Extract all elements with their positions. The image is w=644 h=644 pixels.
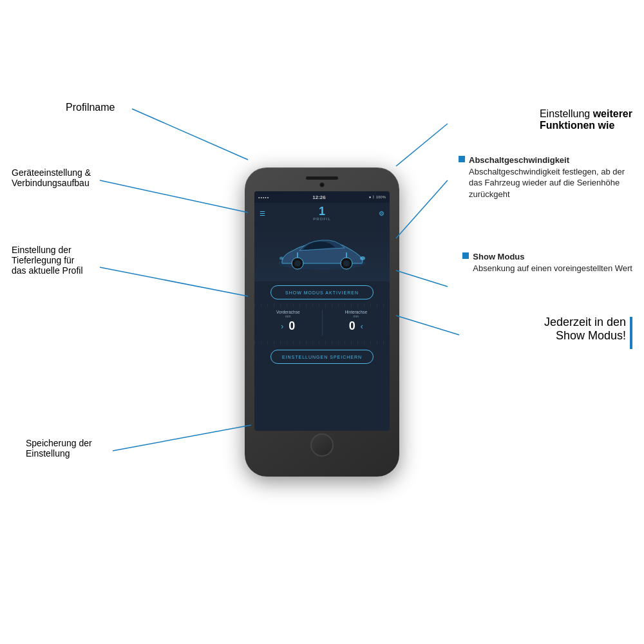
gear-icon[interactable]: ⚙ xyxy=(379,210,384,217)
vorderachse-decrease[interactable]: › xyxy=(281,323,283,330)
jederzeit-label: Jederzeit in den Show Modus! xyxy=(544,316,632,349)
grid-bottom xyxy=(254,341,390,345)
car-display xyxy=(254,223,390,281)
showmodus-bullet xyxy=(462,252,469,259)
svg-point-7 xyxy=(360,256,365,260)
abschalt-label: Abschaltgeschwindigkeit Abschaltgeschwin… xyxy=(459,155,632,204)
menu-icon[interactable]: ☰ xyxy=(260,210,265,217)
einstellung-bold: weiterer xyxy=(593,108,632,119)
profilname-text: Profilname xyxy=(66,102,115,113)
tieferlegung-text-3: das aktuelle Profil xyxy=(12,265,83,276)
abschalt-title: Abschaltgeschwindigkeit xyxy=(469,155,569,165)
profile-label: PROFIL xyxy=(313,217,331,221)
jederzeit-bar xyxy=(630,317,632,349)
svg-line-16 xyxy=(396,316,459,335)
save-button[interactable]: EINSTELLUNGEN SPEICHERN xyxy=(270,350,374,364)
car-silhouette xyxy=(270,230,374,275)
hinterachse-control: Hinterachse mm 0 ‹ xyxy=(323,310,390,336)
home-button[interactable] xyxy=(310,433,334,457)
svg-line-10 xyxy=(100,180,248,213)
speicherung-text-1: Speicherung der xyxy=(26,438,92,448)
svg-line-14 xyxy=(396,180,448,238)
app-header: ☰ 1 PROFIL ⚙ xyxy=(254,203,390,223)
phone-camera xyxy=(319,182,325,187)
save-section: EINSTELLUNGEN SPEICHERN xyxy=(254,345,390,366)
status-bar: ••••• 12:26 ● ᛒ 100% xyxy=(254,191,390,203)
hinterachse-increase[interactable]: ‹ xyxy=(361,323,363,330)
profile-number: 1 xyxy=(313,205,331,217)
geraet-label: Geräteeinstellung & Verbindungsaufbau xyxy=(12,167,91,194)
svg-line-13 xyxy=(396,124,448,166)
jederzeit-text-1: Jederzeit in den xyxy=(544,316,626,329)
svg-point-2 xyxy=(294,260,301,267)
status-icons: ● ᛒ 100% xyxy=(369,195,386,199)
grid-top xyxy=(254,303,390,307)
hinterachse-unit: mm xyxy=(354,314,359,318)
profilname-label: Profilname xyxy=(66,102,115,115)
phone-shell: ••••• 12:26 ● ᛒ 100% ☰ 1 PROFIL ⚙ xyxy=(245,167,399,477)
axle-row: Vorderachse mm › 0 Hinterachse mm 0 xyxy=(254,310,390,336)
tieferlegung-text-1: Einstellung der xyxy=(12,245,83,255)
tieferlegung-label: Einstellung der Tieferlegung für das akt… xyxy=(12,245,83,282)
svg-line-11 xyxy=(100,267,248,296)
phone-screen: ••••• 12:26 ● ᛒ 100% ☰ 1 PROFIL ⚙ xyxy=(254,191,390,431)
phone-mockup: ••••• 12:26 ● ᛒ 100% ☰ 1 PROFIL ⚙ xyxy=(245,167,399,477)
svg-point-8 xyxy=(279,257,283,260)
show-modus-button[interactable]: SHOW MODUS AKTIVIEREN xyxy=(270,285,374,299)
geraet-text-1: Geräteeinstellung & xyxy=(12,167,91,178)
vorderachse-unit: mm xyxy=(285,314,290,318)
einstellung-text-1: Einstellung xyxy=(540,108,593,119)
speicherung-label: Speicherung der Einstellung xyxy=(26,438,92,465)
showmodus-desc: Absenkung auf einen voreingestellten Wer… xyxy=(473,263,632,273)
svg-point-4 xyxy=(343,260,350,267)
vorderachse-value: 0 xyxy=(289,319,295,333)
showmodus-title: Show Modus xyxy=(473,252,524,261)
hinterachse-label: Hinterachse xyxy=(345,310,367,314)
signal-dots: ••••• xyxy=(258,195,269,200)
geraet-text-2: Verbindungsaufbau xyxy=(12,178,91,188)
tieferlegung-text-2: Tieferlegung für xyxy=(12,255,83,265)
abschalt-desc: Abschaltgeschwindigkeit festlegen, ab de… xyxy=(469,167,625,199)
speicherung-text-2: Einstellung xyxy=(26,448,92,459)
profile-info: 1 PROFIL xyxy=(313,205,331,221)
vorderachse-control: Vorderachse mm › 0 xyxy=(254,310,322,336)
showmodus-label: Show Modus Absenkung auf einen voreinges… xyxy=(462,251,632,278)
phone-speaker xyxy=(306,176,338,180)
show-modus-section: SHOW MODUS AKTIVIEREN xyxy=(254,281,390,303)
svg-line-12 xyxy=(113,425,251,451)
einstellung-label: Einstellung weiterer Funktionen wie xyxy=(540,108,632,131)
status-time: 12:26 xyxy=(312,194,325,200)
svg-line-15 xyxy=(396,270,448,287)
jederzeit-text-2: Show Modus! xyxy=(544,329,626,343)
hinterachse-value: 0 xyxy=(349,319,355,333)
axle-section: Vorderachse mm › 0 Hinterachse mm 0 xyxy=(254,307,390,338)
abschalt-bullet xyxy=(459,156,465,162)
einstellung-text-2: Funktionen wie xyxy=(540,120,614,131)
svg-line-9 xyxy=(132,109,248,160)
vorderachse-label: Vorderachse xyxy=(276,310,300,314)
